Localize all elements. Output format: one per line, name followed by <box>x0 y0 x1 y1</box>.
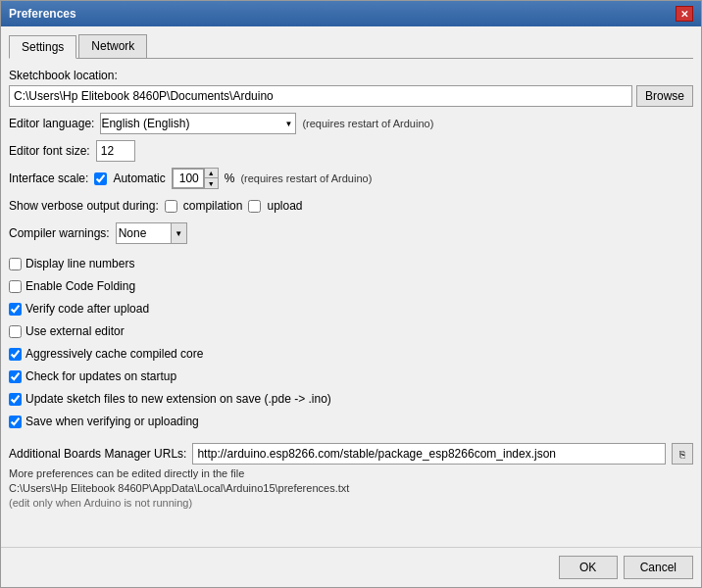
compilation-checkbox[interactable] <box>165 200 177 213</box>
sketchbook-input-row: Browse <box>9 85 693 107</box>
aggressively-cache-checkbox[interactable] <box>9 348 22 361</box>
editor-language-row: Editor language: English (English) (requ… <box>9 113 693 134</box>
ok-button[interactable]: OK <box>559 556 618 579</box>
boards-input[interactable] <box>192 443 666 465</box>
verbose-output-label: Show verbose output during: <box>9 199 159 213</box>
upload-label: upload <box>267 199 302 213</box>
interface-scale-row: Interface scale: Automatic ▲ ▼ % (requir… <box>9 168 693 189</box>
list-item: Save when verifying or uploading <box>9 412 693 431</box>
compiler-warnings-label: Compiler warnings: <box>9 226 110 240</box>
boards-row: Additional Boards Manager URLs: ⎘ <box>9 443 693 465</box>
scale-down-button[interactable]: ▼ <box>204 178 218 188</box>
close-button[interactable]: ✕ <box>676 6 693 22</box>
info-line2: C:\Users\Hp Elitebook 8460P\AppData\Loca… <box>9 482 693 494</box>
editor-language-label: Editor language: <box>9 117 94 130</box>
check-updates-label: Check for updates on startup <box>25 369 176 383</box>
list-item: Enable Code Folding <box>9 276 693 296</box>
preferences-window: Preferences ✕ Settings Network Sketchboo… <box>0 0 702 588</box>
editor-font-size-input[interactable] <box>96 140 135 162</box>
update-sketch-files-checkbox[interactable] <box>9 393 22 406</box>
tab-network[interactable]: Network <box>78 34 147 58</box>
list-item: Use external editor <box>9 321 693 341</box>
enable-code-folding-checkbox[interactable] <box>9 280 22 293</box>
verbose-output-row: Show verbose output during: compilation … <box>9 195 693 217</box>
sketchbook-input[interactable] <box>9 85 632 107</box>
boards-label: Additional Boards Manager URLs: <box>9 447 186 461</box>
tab-settings[interactable]: Settings <box>9 35 76 59</box>
list-item: Verify code after upload <box>9 299 693 318</box>
aggressively-cache-label: Aggressively cache compiled core <box>25 347 203 361</box>
list-item: Display line numbers <box>9 254 693 273</box>
interface-scale-label: Interface scale: <box>9 172 88 185</box>
window-title: Preferences <box>9 7 76 21</box>
compiler-warnings-select[interactable]: None Default More All <box>117 223 171 243</box>
warnings-arrow-icon: ▼ <box>171 223 186 243</box>
editor-font-size-label: Editor font size: <box>9 144 90 158</box>
title-bar-controls: ✕ <box>676 6 693 22</box>
editor-language-select[interactable]: English (English) <box>100 113 296 134</box>
save-when-verifying-checkbox[interactable] <box>9 416 22 428</box>
editor-language-select-wrapper: English (English) <box>100 113 296 134</box>
spinner-buttons: ▲ ▼ <box>204 169 218 188</box>
use-external-editor-label: Use external editor <box>25 324 125 338</box>
list-item: Check for updates on startup <box>9 367 693 386</box>
info-line3: (edit only when Arduino is not running) <box>9 497 693 509</box>
browse-button[interactable]: Browse <box>636 85 693 107</box>
save-when-verifying-label: Save when verifying or uploading <box>25 415 199 428</box>
scale-spinner: ▲ ▼ <box>172 168 219 189</box>
compiler-warnings-wrapper: None Default More All ▼ <box>116 222 187 244</box>
update-sketch-files-label: Update sketch files to new extension on … <box>25 392 331 406</box>
copy-button[interactable]: ⎘ <box>672 443 693 465</box>
editor-font-size-row: Editor font size: <box>9 140 693 162</box>
automatic-checkbox[interactable] <box>94 172 107 185</box>
percent-label: % <box>225 172 235 185</box>
boards-section: Additional Boards Manager URLs: ⎘ More p… <box>9 443 693 509</box>
compiler-warnings-row: Compiler warnings: None Default More All… <box>9 222 693 244</box>
display-line-numbers-label: Display line numbers <box>25 257 134 270</box>
sketchbook-section: Sketchbook location: Browse <box>9 69 693 107</box>
use-external-editor-checkbox[interactable] <box>9 325 22 338</box>
editor-language-note: (requires restart of Arduino) <box>302 118 433 129</box>
sketchbook-label: Sketchbook location: <box>9 69 118 82</box>
footer: OK Cancel <box>1 547 701 587</box>
tab-bar: Settings Network <box>9 34 693 59</box>
upload-checkbox[interactable] <box>248 200 261 213</box>
list-item: Aggressively cache compiled core <box>9 344 693 364</box>
list-item: Update sketch files to new extension on … <box>9 389 693 409</box>
enable-code-folding-label: Enable Code Folding <box>25 279 135 293</box>
title-bar: Preferences ✕ <box>1 1 701 26</box>
compilation-label: compilation <box>183 199 243 213</box>
scale-up-button[interactable]: ▲ <box>204 169 218 178</box>
check-updates-checkbox[interactable] <box>9 370 22 383</box>
display-line-numbers-checkbox[interactable] <box>9 258 22 270</box>
verify-after-upload-checkbox[interactable] <box>9 303 22 316</box>
verify-after-upload-label: Verify code after upload <box>25 302 149 316</box>
automatic-label: Automatic <box>113 172 165 185</box>
scale-input[interactable] <box>173 169 204 188</box>
cancel-button[interactable]: Cancel <box>624 556 693 579</box>
main-content: Settings Network Sketchbook location: Br… <box>1 26 701 547</box>
info-line1: More preferences can be edited directly … <box>9 467 693 479</box>
interface-scale-note: (requires restart of Arduino) <box>240 172 372 184</box>
checkboxes-section: Display line numbers Enable Code Folding… <box>9 254 693 431</box>
